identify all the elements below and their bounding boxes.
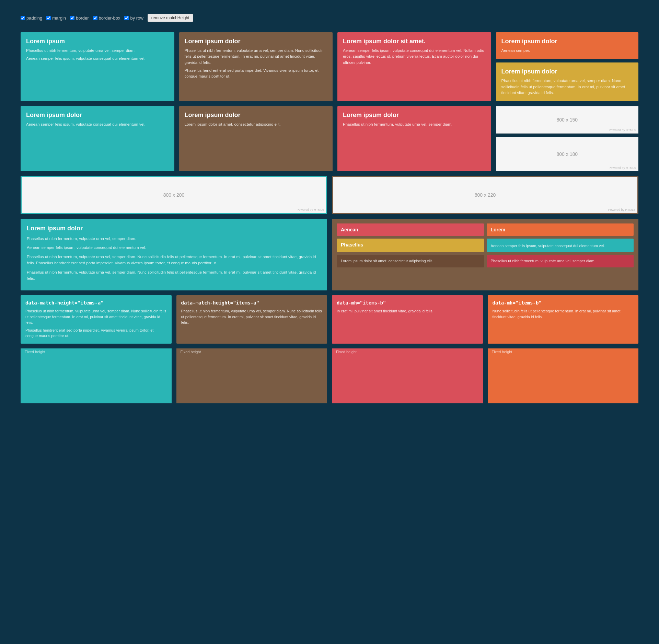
placeholder-800x180: 800 x 180 Powered by HTML5 [496, 137, 639, 171]
large-teal-title: Lorem ipsum dolor [27, 225, 321, 232]
nested-card-lorem: Lorem [487, 223, 634, 236]
card-5-3-title: data-mh="items-b" [337, 300, 478, 306]
card-1-3-p1: Aenean semper felis ipsum, vulputate con… [343, 48, 486, 66]
card-1-2-title: Lorem ipsum dolor [185, 38, 327, 45]
nested-phasellus-title: Phasellus [341, 242, 480, 248]
nested-aenean-title: Aenean [341, 227, 480, 232]
card-2-2-title: Lorem ipsum dolor [185, 112, 327, 119]
checkbox-padding[interactable]: padding [21, 15, 42, 21]
card-2-3-title: Lorem ipsum dolor [343, 112, 486, 119]
card-1-4-top: Lorem ipsum dolor Aenean semper. [496, 32, 639, 59]
card-2-2-p1: Lorem ipsum dolor sit amet, consectetur … [185, 122, 327, 127]
row-2: Lorem ipsum dolor Aenean semper felis ip… [21, 106, 638, 171]
remove-matchheight-button[interactable]: remove matchHeight [148, 14, 193, 22]
nested-card-teal-text: Aenean semper felis ipsum, vulputate con… [487, 239, 634, 252]
card-2-3: Lorem ipsum dolor Phasellus ut nibh ferm… [337, 106, 491, 171]
large-teal-p1: Phasellus ut nibh fermentum, vulputate u… [27, 235, 321, 242]
card-1-4-bottom: Lorem ipsum dolor Phasellus ut nibh ferm… [496, 62, 639, 101]
large-teal-p4: Phasellus ut nibh fermentum, vulputate u… [27, 269, 321, 282]
card-2-1: Lorem ipsum dolor Aenean semper felis ip… [21, 106, 174, 171]
card-5-1-p1: Phasellus ut nibh fermentum, vulputate u… [25, 308, 167, 325]
card-6-1-label: Fixed height [21, 346, 49, 357]
card-2-4-split: 800 x 150 Powered by HTML5 800 x 180 Pow… [496, 106, 639, 171]
nested-red-text-p: Phasellus ut nibh fermentum, vulputate u… [491, 258, 630, 264]
card-1-1-title: Lorem ipsum [26, 38, 169, 45]
card-6-3: Fixed height [332, 348, 483, 403]
nested-row-1: Aenean Lorem [337, 223, 634, 236]
card-5-2-title: data-match-height="items-a" [181, 300, 323, 306]
placeholder-label-1: 800 x 150 [557, 117, 578, 123]
card-1-4-bottom-title: Lorem ipsum dolor [501, 68, 633, 75]
nested-card-red-text: Phasellus ut nibh fermentum, vulputate u… [487, 255, 634, 267]
card-1-1-p1: Phasellus ut nibh fermentum, vulputate u… [26, 48, 169, 54]
large-teal-card: Lorem ipsum dolor Phasellus ut nibh ferm… [21, 219, 327, 290]
card-2-2: Lorem ipsum dolor Lorem ipsum dolor sit … [179, 106, 333, 171]
card-5-4: data-mh="items-b" Nunc sollicitudin feli… [488, 295, 639, 344]
card-2-1-p1: Aenean semper felis ipsum, vulputate con… [26, 122, 169, 127]
card-5-1-p2: Phasellus hendrerit erat sed porta imper… [25, 327, 167, 339]
toolbar: padding margin border border-box by row … [21, 14, 638, 22]
card-1-3: Lorem ipsum dolor sit amet. Aenean sempe… [337, 32, 491, 101]
nested-row-2: Phasellus Aenean semper felis ipsum, vul… [337, 239, 634, 252]
placeholder-200-label: 800 x 200 [163, 192, 185, 198]
large-teal-p2: Aenean semper felis ipsum, vulputate con… [27, 244, 321, 251]
nested-card-brown-text: Lorem ipsum dolor sit amet, consectetur … [337, 255, 484, 267]
placeholder-800x200: 800 x 200 Powered by HTML5 [21, 176, 327, 214]
card-6-3-label: Fixed height [332, 346, 361, 357]
large-teal-p3: Phasellus ut nibh fermentum, vulputate u… [27, 254, 321, 266]
card-5-2: data-match-height="items-a" Phasellus ut… [176, 295, 327, 344]
card-1-1: Lorem ipsum Phasellus ut nibh fermentum,… [21, 32, 174, 101]
row3-col2: 800 x 220 Powered by HTML5 [332, 176, 638, 214]
card-1-1-p2: Aenean semper felis ipsum, vulputate con… [26, 56, 169, 61]
card-6-2: Fixed height [176, 348, 327, 403]
card-1-3-title: Lorem ipsum dolor sit amet. [343, 38, 486, 45]
card-6-4-label: Fixed height [488, 346, 517, 357]
card-1-4-top-p1: Aenean semper. [501, 48, 633, 54]
placeholder-800x220: 800 x 220 Powered by HTML5 [332, 176, 638, 214]
card-5-4-title: data-mh="items-b" [493, 300, 634, 306]
card-5-1-title: data-match-height="items-a" [25, 300, 167, 306]
card-5-3: data-mh="items-b" In erat mi, pulvinar s… [332, 295, 483, 344]
nested-row-3: Lorem ipsum dolor sit amet, consectetur … [337, 255, 634, 267]
card-6-1: Fixed height [21, 348, 172, 403]
card-5-4-p1: Nunc sollicitudin felis ut pellentesque … [493, 308, 634, 320]
card-1-4-split: Lorem ipsum dolor Aenean semper. Lorem i… [496, 32, 639, 101]
checkbox-border-box[interactable]: border-box [93, 15, 120, 21]
row-5: data-match-height="items-a" Phasellus ut… [21, 295, 638, 344]
card-1-4-bottom-p1: Phasellus ut nibh fermentum, vulputate u… [501, 78, 633, 96]
nested-lorem-title: Lorem [491, 227, 630, 232]
card-2-3-p1: Phasellus ut nibh fermentum, vulputate u… [343, 122, 486, 127]
nested-brown-text-p: Lorem ipsum dolor sit amet, consectetur … [341, 258, 480, 264]
placeholder-220-label: 800 x 220 [475, 192, 496, 198]
card-6-4: Fixed height [488, 348, 639, 403]
card-1-2-p1: Phasellus ut nibh fermentum, vulputate u… [185, 48, 327, 66]
card-6-2-label: Fixed height [176, 346, 205, 357]
nested-teal-text-p: Aenean semper felis ipsum, vulputate con… [491, 243, 630, 249]
card-5-1: data-match-height="items-a" Phasellus ut… [21, 295, 172, 344]
row-3: 800 x 200 Powered by HTML5 800 x 220 Pow… [21, 176, 638, 214]
nested-card-phasellus: Phasellus [337, 239, 484, 252]
placeholder-label-2: 800 x 180 [557, 151, 578, 157]
row-4: Lorem ipsum dolor Phasellus ut nibh ferm… [21, 219, 638, 290]
card-2-1-title: Lorem ipsum dolor [26, 112, 169, 119]
row3-col1: 800 x 200 Powered by HTML5 [21, 176, 327, 214]
checkbox-border[interactable]: border [70, 15, 89, 21]
checkbox-by-row[interactable]: by row [124, 15, 143, 21]
brown-nested-container: Aenean Lorem Phasellus Aenean semper fel… [332, 219, 638, 290]
card-1-2: Lorem ipsum dolor Phasellus ut nibh ferm… [179, 32, 333, 101]
nested-card-aenean: Aenean [337, 223, 484, 236]
card-5-3-p1: In erat mi, pulvinar sit amet tincidunt … [337, 308, 478, 314]
placeholder-800x150: 800 x 150 Powered by HTML5 [496, 106, 639, 134]
card-5-2-p1: Phasellus ut nibh fermentum, vulputate u… [181, 308, 323, 325]
row-1: Lorem ipsum Phasellus ut nibh fermentum,… [21, 32, 638, 101]
card-1-2-p2: Phasellus hendrerit erat sed porta imper… [185, 68, 327, 80]
checkbox-margin[interactable]: margin [46, 15, 66, 21]
card-1-4-top-title: Lorem ipsum dolor [501, 38, 633, 45]
row-6: Fixed height Fixed height Fixed height F… [21, 348, 638, 403]
